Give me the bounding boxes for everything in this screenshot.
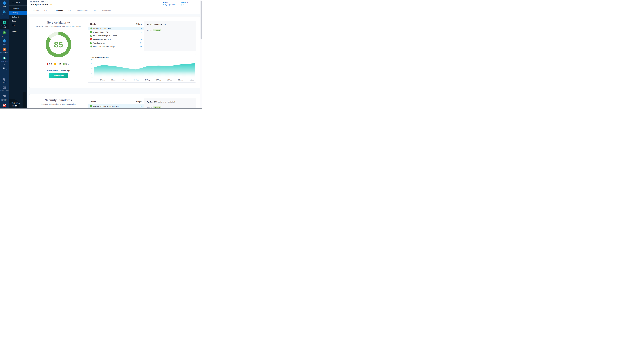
tab-overview[interactable]: Overview: [32, 7, 39, 14]
owner-label: Owner: [163, 1, 176, 3]
tab-docs[interactable]: Docs: [93, 7, 97, 14]
cloud-costs-icon: $: [2, 56, 6, 60]
breadcrumb: COMPONENT — SERVICE: [30, 1, 52, 3]
tab-dependencies[interactable]: Dependencies: [76, 7, 88, 14]
check-detail-title: API success rate > 99%: [146, 23, 193, 25]
module-label: Feature Flags: [0, 52, 8, 53]
app-window: HomeProjectsDeveloper Portal∞Deployments…: [0, 0, 202, 109]
check-weight: 30: [140, 42, 142, 44]
footer-label: DASHBOARDS: [0, 90, 8, 92]
legend-item: 0-49: [46, 63, 52, 65]
portal-eyebrow: INTERNAL DEVELOPER: [12, 102, 27, 104]
module-home[interactable]: Home: [0, 0, 9, 8]
svg-text:25 Aug: 25 Aug: [112, 79, 116, 81]
module-developer-portal[interactable]: Developer Portal: [0, 19, 9, 29]
check-passed-icon: [90, 105, 92, 107]
svg-text:0: 0: [92, 77, 92, 79]
column-header-checks: Checks: [90, 101, 96, 103]
svg-text:29 Aug: 29 Aug: [156, 79, 161, 81]
sidenav-item-self-service[interactable]: Self service: [9, 15, 27, 19]
check-weight: 20: [140, 31, 142, 33]
check-passed-icon: [90, 42, 92, 44]
module-builds[interactable]: Builds: [0, 38, 9, 46]
check-row-java-version-is-lts[interactable]: Java version is LTS20: [88, 30, 144, 34]
module-feature-flags[interactable]: Feature Flags: [0, 46, 9, 55]
check-passed-icon: [90, 27, 92, 29]
lifecycle-label: Lifecycle: [181, 1, 188, 3]
rerun-checks-button[interactable]: Rerun Checks: [48, 73, 68, 78]
owner-value-link[interactable]: field_engineering: [163, 4, 176, 5]
module-sidebar-footer: ?HELPDASHBOARDSACCOUNT SETTINGSHM: [0, 76, 9, 109]
svg-text:31 Aug: 31 Aug: [178, 79, 183, 81]
legend-dot: [54, 63, 56, 65]
check-row-techdocs-exists[interactable]: TechDocs exists30: [88, 41, 144, 45]
score-legend: 0-4950-7475-100: [46, 63, 70, 65]
footer-dashboards[interactable]: DASHBOARDS: [0, 85, 9, 93]
tab-ci-cd[interactable]: CI/CD: [44, 7, 49, 14]
sidenav-item-admin[interactable]: Admin: [9, 29, 27, 34]
portal-title: Portal: [12, 105, 27, 107]
check-detail-title: Pipeline OPA policies are satisfied: [146, 101, 193, 103]
tab-scorecard[interactable]: Scorecard: [54, 7, 63, 14]
sidenav-item-apis[interactable]: APIs: [9, 23, 27, 27]
score-value: 85: [45, 31, 72, 58]
scorecard-content: Service Maturity Measures development be…: [27, 14, 202, 109]
card-title: Security Standards: [45, 98, 72, 102]
check-weight: 20: [140, 45, 142, 47]
module-picker-button[interactable]: [2, 66, 7, 70]
owner-block: Owner field_engineering: [163, 1, 176, 5]
search-placeholder: Search: [15, 2, 20, 4]
footer-label: ACCOUNT SETTINGS: [0, 99, 8, 101]
column-header-checks: Checks: [90, 23, 96, 25]
check-row-mean-time-to-merge-pr-48-hr[interactable]: Mean time to merge PR < 48 hr5: [88, 34, 144, 37]
favorite-star-icon[interactable]: ★: [50, 4, 52, 6]
sidenav-item-docs[interactable]: Docs: [9, 19, 27, 23]
chevron-down-icon[interactable]: [3, 64, 6, 65]
module-label: Home: [3, 6, 6, 7]
card-subtitle: Measures best practices of security oper…: [40, 103, 76, 105]
tab-kubernetes[interactable]: Kubernetes: [102, 7, 111, 14]
svg-text:25: 25: [91, 72, 92, 74]
module-deployments[interactable]: ∞Deployments: [0, 29, 9, 38]
deployments-icon: ∞: [2, 31, 6, 34]
dashboards-icon: [2, 86, 6, 90]
check-row-api-success-rate-99[interactable]: API success rate > 99%10: [88, 27, 144, 30]
kebab-menu-icon[interactable]: [194, 2, 196, 6]
portal-brand: INTERNAL DEVELOPER Portal: [12, 102, 27, 107]
check-row-pipeline-opa-policies-are-satisfied[interactable]: Pipeline OPA policies are satisfied10: [88, 104, 144, 108]
legend-label: 50-74: [56, 63, 61, 65]
svg-text:∞: ∞: [4, 31, 5, 33]
legend-label: 0-49: [49, 63, 52, 65]
lifecycle-value[interactable]: prod: [181, 4, 188, 5]
improvement-chart-card: Improvement Over Time 025507510024 Aug25…: [88, 54, 196, 82]
horizontal-scrollbar[interactable]: [0, 108, 202, 109]
check-label: Pipeline OPA policies are satisfied: [93, 105, 140, 107]
main-area: COMPONENT — SERVICE boutique-frontend ★ …: [27, 0, 202, 109]
user-avatar[interactable]: HM: [3, 104, 6, 107]
check-row-more-than-70-test-coverage[interactable]: More than 70% test coverage20: [88, 45, 144, 48]
last-updated-text: Last Updated: 2 weeks ago: [47, 69, 70, 72]
sidenav-item-overview[interactable]: Overview: [9, 7, 27, 11]
builds-icon: [2, 39, 6, 43]
footer-help[interactable]: ?HELP: [0, 76, 9, 85]
check-passed-icon: [90, 45, 92, 47]
legend-label: 75-100: [65, 63, 70, 65]
svg-text:28 Aug: 28 Aug: [145, 79, 150, 81]
module-label: Builds: [2, 43, 6, 45]
sidenav-item-catalog[interactable]: Catalog: [9, 11, 27, 15]
footer-account-settings[interactable]: ACCOUNT SETTINGS: [0, 93, 9, 103]
vertical-scrollbar-thumb[interactable]: [200, 1, 202, 39]
search-input[interactable]: Search: [9, 0, 27, 5]
checks-table: Checks Weight Pipeline OPA policies are …: [88, 98, 144, 109]
improvement-area-chart: 025507510024 Aug25 Aug26 Aug27 Aug28 Aug…: [88, 58, 196, 81]
legend-item: 75-100: [63, 63, 70, 65]
check-row-less-than-1-error-in-prod[interactable]: Less than 1% error in prod15: [88, 37, 144, 41]
tab-api[interactable]: API: [68, 7, 71, 14]
vertical-scrollbar[interactable]: [200, 0, 202, 108]
projects-icon: [2, 10, 6, 13]
module-label: Developer Portal: [0, 25, 8, 28]
card-subtitle: Measures development best practices agai…: [36, 25, 81, 27]
module-cloud-costs[interactable]: $Cloud Costs: [0, 55, 9, 63]
module-projects[interactable]: Projects: [0, 8, 9, 17]
grid-dots-icon: [3, 67, 6, 69]
